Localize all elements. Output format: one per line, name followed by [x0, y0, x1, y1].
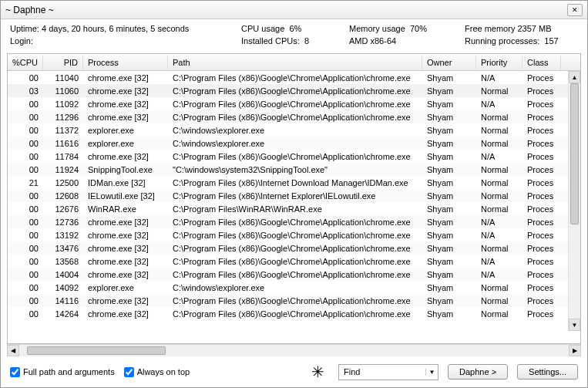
table-row[interactable]: 0014004chrome.exe [32]C:\Program Files (… — [8, 268, 580, 281]
col-pid[interactable]: PID — [43, 56, 83, 69]
cell-path: C:\Program Files (x86)\Google\Chrome\App… — [168, 86, 422, 96]
cell-owner: Shyam — [422, 86, 476, 96]
cell-owner: Shyam — [422, 178, 476, 187]
always-on-top-checkbox[interactable]: Always on top — [124, 367, 190, 377]
full-path-input[interactable] — [10, 367, 20, 377]
cell-priority: N/A — [476, 257, 522, 266]
uptime-label: Uptime: — [10, 24, 39, 33]
cell-process: chrome.exe [32] — [83, 152, 168, 161]
col-owner[interactable]: Owner — [422, 56, 476, 69]
table-row[interactable]: 0011040chrome.exe [32]C:\Program Files (… — [8, 71, 580, 84]
col-cpu[interactable]: %CPU — [8, 56, 43, 69]
cell-pid: 11784 — [43, 152, 83, 161]
cell-priority: N/A — [476, 152, 522, 161]
cell-owner: Shyam — [422, 309, 476, 319]
cell-process: chrome.exe [32] — [83, 270, 168, 279]
cell-process: chrome.exe [32] — [83, 244, 168, 253]
login-label: Login: — [10, 36, 33, 46]
cell-path: C:\Program Files (x86)\Google\Chrome\App… — [168, 113, 422, 122]
cell-pid: 11040 — [43, 73, 83, 83]
cell-class: Proces — [522, 152, 561, 161]
scroll-up-icon[interactable]: ▲ — [569, 71, 580, 83]
horizontal-scrollbar[interactable]: ◀ ▶ — [7, 344, 581, 356]
cell-process: chrome.exe [32] — [83, 73, 168, 83]
cell-path: C:\Program Files (x86)\Google\Chrome\App… — [168, 231, 422, 240]
cell-priority: N/A — [476, 270, 522, 279]
footer-bar: Full path and arguments Always on top ✳ … — [1, 356, 587, 387]
scroll-track[interactable] — [569, 83, 580, 319]
cell-owner: Shyam — [422, 139, 476, 148]
cell-pid: 12608 — [43, 191, 83, 201]
cell-owner: Shyam — [422, 283, 476, 292]
cell-priority: Normal — [476, 283, 522, 292]
col-process[interactable]: Process — [83, 56, 168, 69]
cell-path: C:\Program Files (x86)\Google\Chrome\App… — [168, 218, 422, 227]
free-memory-label: Free memory — [465, 24, 515, 33]
cell-class: Proces — [522, 126, 561, 135]
titlebar[interactable]: ~ Daphne ~ ✕ — [1, 1, 587, 19]
table-row[interactable]: 0011924SnippingTool.exe"C:\windows\syste… — [8, 163, 580, 176]
cell-pid: 12500 — [43, 178, 83, 187]
cell-process: chrome.exe [32] — [83, 86, 168, 96]
cell-process: chrome.exe [32] — [83, 113, 168, 122]
col-priority[interactable]: Priority — [476, 56, 522, 69]
table-row[interactable]: 0012608IELowutil.exe [32]C:\Program File… — [8, 189, 580, 202]
col-path[interactable]: Path — [168, 56, 422, 69]
cell-priority: Normal — [476, 86, 522, 96]
table-row[interactable]: 0013568chrome.exe [32]C:\Program Files (… — [8, 255, 580, 268]
find-combo[interactable]: Find ▼ — [338, 364, 438, 380]
table-row[interactable]: 0011092chrome.exe [32]C:\Program Files (… — [8, 97, 580, 110]
cell-process: SnippingTool.exe — [83, 165, 168, 174]
cell-class: Proces — [522, 218, 561, 227]
cell-pid: 11092 — [43, 100, 83, 109]
table-row[interactable]: 0012736chrome.exe [32]C:\Program Files (… — [8, 215, 580, 228]
chevron-down-icon[interactable]: ▼ — [425, 369, 438, 376]
vertical-scrollbar[interactable]: ▲ ▼ — [568, 71, 580, 331]
cell-process: explorer.exe — [83, 283, 168, 292]
settings-button[interactable]: Settings... — [517, 364, 578, 380]
table-row[interactable]: 0011296chrome.exe [32]C:\Program Files (… — [8, 110, 580, 123]
cell-path: C:\Program Files (x86)\Internet Explorer… — [168, 191, 422, 201]
table-row[interactable]: 0013192chrome.exe [32]C:\Program Files (… — [8, 228, 580, 241]
cell-pid: 13476 — [43, 244, 83, 253]
table-row[interactable]: 0011784chrome.exe [32]C:\Program Files (… — [8, 150, 580, 163]
cell-priority: Normal — [476, 309, 522, 319]
cell-owner: Shyam — [422, 191, 476, 201]
table-row[interactable]: 0011616explorer.exeC:\windows\explorer.e… — [8, 137, 580, 150]
cell-cpu: 03 — [8, 86, 43, 96]
cell-priority: N/A — [476, 231, 522, 240]
cell-process: chrome.exe [32] — [83, 296, 168, 305]
table-row[interactable]: 0014092explorer.exeC:\windows\explorer.e… — [8, 281, 580, 294]
full-path-checkbox[interactable]: Full path and arguments — [10, 367, 115, 377]
cell-cpu: 00 — [8, 139, 43, 148]
cell-cpu: 00 — [8, 152, 43, 161]
hscroll-track[interactable] — [19, 345, 569, 356]
scroll-left-icon[interactable]: ◀ — [7, 345, 19, 356]
always-on-top-input[interactable] — [124, 367, 134, 377]
hscroll-thumb[interactable] — [27, 346, 166, 355]
table-row[interactable]: 2112500IDMan.exe [32]C:\Program Files (x… — [8, 176, 580, 189]
table-row[interactable]: 0011372explorer.exeC:\windows\explorer.e… — [8, 123, 580, 137]
table-row[interactable]: 0014116chrome.exe [32]C:\Program Files (… — [8, 294, 580, 307]
close-icon[interactable]: ✕ — [567, 4, 583, 16]
col-class[interactable]: Class — [522, 56, 561, 69]
scroll-right-icon[interactable]: ▶ — [569, 345, 581, 356]
table-row[interactable]: 0012676WinRAR.exeC:\Program Files\WinRAR… — [8, 202, 580, 215]
cell-process: chrome.exe [32] — [83, 218, 168, 227]
cell-cpu: 00 — [8, 257, 43, 266]
cell-pid: 11060 — [43, 86, 83, 96]
table-row[interactable]: 0311060chrome.exe [32]C:\Program Files (… — [8, 84, 580, 97]
cell-path: C:\Program Files (x86)\Google\Chrome\App… — [168, 309, 422, 319]
daphne-button[interactable]: Daphne > — [448, 364, 508, 380]
scroll-down-icon[interactable]: ▼ — [569, 319, 580, 331]
cell-cpu: 00 — [8, 231, 43, 240]
cell-class: Proces — [522, 309, 561, 319]
cell-cpu: 00 — [8, 296, 43, 305]
cell-process: WinRAR.exe — [83, 204, 168, 214]
cell-path: C:\Program Files\WinRAR\WinRAR.exe — [168, 204, 422, 214]
full-path-label: Full path and arguments — [23, 367, 115, 376]
table-row[interactable]: 0014264chrome.exe [32]C:\Program Files (… — [8, 307, 580, 320]
crosshair-icon[interactable]: ✳ — [307, 363, 329, 381]
table-row[interactable]: 0013476chrome.exe [32]C:\Program Files (… — [8, 241, 580, 255]
scroll-thumb[interactable] — [570, 83, 579, 224]
